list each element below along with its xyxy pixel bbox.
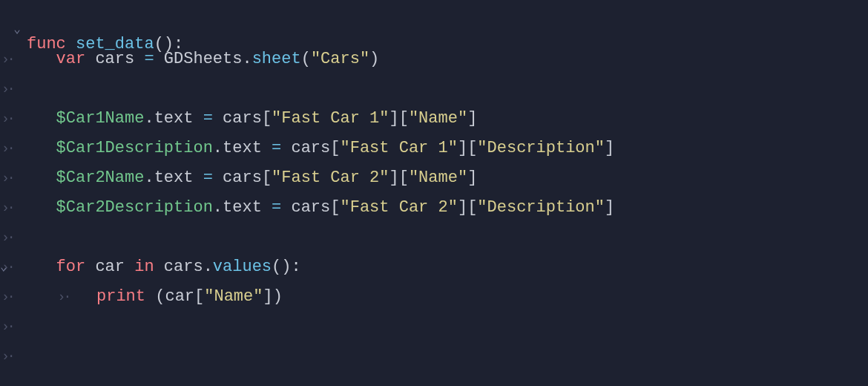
code-line[interactable]: ›· [0,74,868,104]
property: text [154,109,194,128]
gutter[interactable]: ⌄ [0,15,27,45]
string-literal: "Fast Car 1" [340,139,457,157]
identifier: GDSheets [164,50,243,68]
bracket-close: ] [605,198,614,217]
property: text [223,139,262,157]
indent-icon: ›· [0,341,21,371]
method-name: sheet [252,50,301,68]
bracket-open: [ [262,169,272,187]
method-name: values [213,258,272,276]
keyword-for: for [56,258,86,276]
gutter: ›· [0,341,27,371]
code-line[interactable]: ⌄ ›· for car in cars.values(): [0,252,868,282]
bracket-open: [ [399,109,409,128]
string-literal: "Fast Car 2" [272,169,389,187]
gutter: ›· [0,193,27,223]
gutter: ›· [0,312,27,341]
bracket-close: ] [605,139,614,157]
builtin-print: print [96,287,145,306]
indent-icon: ›· [0,74,21,104]
bracket-open: [ [467,198,477,217]
code-editor[interactable]: ⌄ func set_data(): ›· var cars = GDSheet… [0,0,868,371]
property: text [154,169,194,187]
code-line[interactable]: ›· $Car1Description.text = cars["Fast Ca… [0,134,868,163]
code-line[interactable]: ›· [0,223,868,252]
identifier: cars [291,198,330,217]
identifier: cars [95,50,134,68]
operator-eq: = [144,50,154,68]
operator-eq: = [272,139,281,157]
indent-icon: ›· [0,45,21,74]
paren-open: ( [301,50,311,68]
string-literal: "Fast Car 1" [272,109,389,128]
code-line[interactable]: ›· $Car1Name.text = cars["Fast Car 1"]["… [0,104,868,134]
keyword-var: var [56,50,86,68]
gutter: ›· [0,223,27,252]
bracket-open: [ [194,287,204,306]
parens: () [272,258,291,276]
indent-icon: ›· [0,312,21,341]
string-literal: "Name" [409,109,467,128]
string-literal: "Name" [409,169,467,187]
fold-icon[interactable]: ⌄ [13,15,21,45]
fold-icon[interactable]: ⌄ [0,252,7,282]
indent-icon: ›· [0,163,21,193]
indent-icon: ›· [0,104,21,134]
bracket-open: [ [467,139,477,157]
code-line[interactable]: ›· $Car2Name.text = cars["Fast Car 2"]["… [0,163,868,193]
bracket-close: ] [458,139,467,157]
scene-node-ref: $Car2Name [56,169,145,187]
string-literal: "Description" [477,139,605,157]
indent-icon: ›· [0,223,21,252]
paren-close: ) [369,50,379,68]
identifier: cars [223,109,262,128]
bracket-close: ] [389,109,399,128]
code-line[interactable]: ›· ›· print (car["Name"]) [0,282,868,312]
gutter: ›· [0,282,27,312]
bracket-open: [ [262,109,272,128]
dot: . [144,169,154,187]
bracket-open: [ [330,198,340,217]
operator-eq: = [203,169,213,187]
bracket-open: [ [399,169,409,187]
string-literal: "Fast Car 2" [340,198,457,217]
code-line[interactable]: ›· $Car2Description.text = cars["Fast Ca… [0,193,868,223]
identifier: cars [223,169,262,187]
code-line[interactable]: ›· var cars = GDSheets.sheet("Cars") [0,45,868,74]
indent-icon: ›· [0,193,21,223]
dot: . [144,109,154,128]
bracket-open: [ [330,139,340,157]
identifier: cars [291,139,330,157]
identifier: car [165,287,194,306]
dot: . [213,198,223,217]
gutter: ›· [0,74,27,104]
identifier: cars [164,258,203,276]
gutter: ›· [0,104,27,134]
bracket-close: ] [467,169,477,187]
colon: : [291,258,300,276]
operator-eq: = [272,198,281,217]
bracket-close: ] [263,287,272,306]
gutter: ›· [0,134,27,163]
gutter: ›· [0,45,27,74]
scene-node-ref: $Car2Description [56,198,213,217]
indent-icon: ›· [56,282,77,312]
gutter[interactable]: ⌄ ›· [0,252,27,282]
code-line[interactable]: ›· [0,312,868,341]
keyword-in: in [134,258,154,276]
dot: . [203,258,213,276]
code-line[interactable]: ›· [0,341,868,371]
code-line[interactable]: ⌄ func set_data(): [0,15,868,45]
paren-open: ( [155,287,165,306]
paren-close: ) [273,287,283,306]
dot: . [242,50,251,68]
space [145,287,155,306]
indent-icon: ›· [0,134,21,163]
string-literal: "Cars" [311,50,369,68]
string-literal: "Name" [204,287,263,306]
bracket-close: ] [389,169,399,187]
scene-node-ref: $Car1Description [56,139,213,157]
string-literal: "Description" [477,198,605,217]
operator-eq: = [203,109,213,128]
bracket-close: ] [467,109,477,128]
